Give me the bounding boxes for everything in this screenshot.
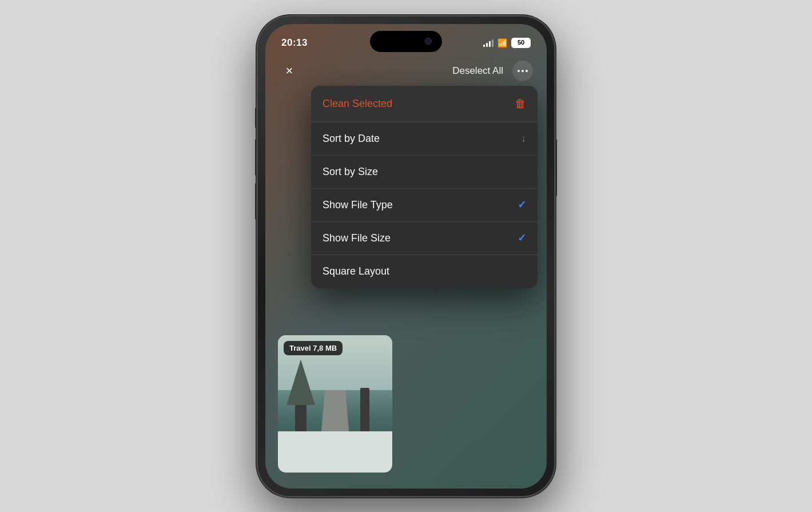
battery-level: 50	[518, 39, 524, 46]
app-bar-right: Deselect All	[452, 61, 533, 81]
dynamic-island	[370, 31, 442, 52]
sort-by-date-label: Sort by Date	[323, 133, 380, 145]
menu-item-sort-by-size[interactable]: Sort by Size	[311, 156, 538, 189]
phone-screen: 20:13 📶 50 × Deselect All	[265, 24, 547, 489]
status-icons: 📶 50	[483, 38, 531, 48]
status-time: 20:13	[281, 37, 308, 49]
trash-icon: 🗑	[515, 97, 526, 110]
check-icon-file-size: ✓	[518, 232, 526, 244]
power-button[interactable]	[555, 139, 557, 196]
wifi-icon: 📶	[497, 38, 507, 47]
menu-item-clean-selected[interactable]: Clean Selected 🗑	[311, 86, 538, 122]
travel-card[interactable]: Travel 7,8 MB	[278, 335, 392, 473]
battery-indicator: 50	[511, 38, 531, 48]
dot3	[526, 70, 528, 72]
travel-label: Travel 7,8 MB	[284, 341, 343, 355]
square-layout-label: Square Layout	[323, 265, 389, 277]
show-file-size-label: Show File Size	[323, 232, 391, 244]
dropdown-menu: Clean Selected 🗑 Sort by Date ↓ Sort by …	[311, 86, 538, 288]
close-button[interactable]: ×	[279, 61, 300, 81]
tree-right	[360, 388, 369, 434]
menu-item-square-layout[interactable]: Square Layout	[311, 255, 538, 288]
phone-frame: 20:13 📶 50 × Deselect All	[257, 16, 555, 497]
tree-left	[295, 376, 307, 434]
travel-photo	[278, 335, 392, 473]
menu-item-show-file-type[interactable]: Show File Type ✓	[311, 189, 538, 222]
arrow-down-icon: ↓	[521, 133, 526, 145]
dot1	[518, 70, 520, 72]
front-camera	[425, 38, 432, 45]
sort-by-size-label: Sort by Size	[323, 166, 378, 178]
deselect-all-button[interactable]: Deselect All	[452, 65, 503, 77]
ground	[278, 431, 392, 473]
check-icon-file-type: ✓	[518, 199, 526, 211]
dot2	[522, 70, 524, 72]
app-bar: × Deselect All	[265, 55, 547, 87]
menu-item-show-file-size[interactable]: Show File Size ✓	[311, 222, 538, 255]
clean-selected-label: Clean Selected	[323, 98, 392, 110]
menu-item-sort-by-date[interactable]: Sort by Date ↓	[311, 122, 538, 156]
signal-icon	[483, 39, 493, 47]
show-file-type-label: Show File Type	[323, 199, 393, 211]
more-options-button[interactable]	[512, 61, 533, 81]
